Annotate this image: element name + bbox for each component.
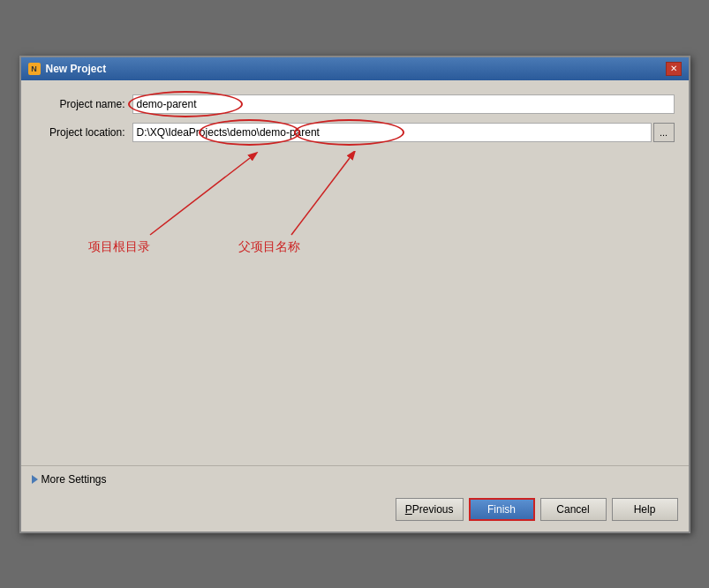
- button-row: PPrevious Finish Cancel Help: [32, 494, 678, 524]
- title-bar-left: N New Project: [28, 63, 107, 75]
- app-icon-letter: N: [31, 64, 37, 73]
- cancel-button[interactable]: Cancel: [540, 498, 607, 521]
- previous-button[interactable]: PPrevious: [396, 498, 464, 521]
- annotation-label-root: 项目根目录: [88, 239, 150, 255]
- project-location-label: Project location:: [35, 126, 132, 139]
- project-name-row: Project name:: [35, 94, 675, 114]
- annotation-svg: [35, 151, 675, 451]
- window-title: New Project: [46, 63, 107, 75]
- project-location-row: Project location: ...: [35, 123, 675, 142]
- svg-line-2: [150, 158, 250, 235]
- project-location-input[interactable]: [132, 123, 652, 142]
- title-controls[interactable]: ✕: [666, 62, 682, 76]
- svg-line-3: [291, 158, 350, 235]
- previous-label: PPrevious: [405, 503, 454, 516]
- project-name-label: Project name:: [35, 98, 132, 110]
- finish-label: Finish: [487, 503, 516, 516]
- expand-triangle-icon: [32, 475, 38, 484]
- cancel-label: Cancel: [556, 503, 589, 516]
- browse-button[interactable]: ...: [653, 123, 675, 142]
- title-bar: N New Project ✕: [21, 57, 689, 80]
- more-settings[interactable]: More Settings: [32, 473, 678, 486]
- help-button[interactable]: Help: [612, 498, 678, 521]
- help-label: Help: [634, 503, 656, 516]
- project-name-input[interactable]: [132, 94, 675, 114]
- bottom-bar: More Settings PPrevious Finish Cancel He…: [21, 465, 689, 531]
- annotation-label-name: 父项目名称: [238, 239, 300, 255]
- dialog-body: Project name: Project location: ...: [21, 80, 689, 465]
- annotation-area: 项目根目录 父项目名称: [35, 151, 675, 451]
- app-icon: N: [28, 63, 41, 75]
- close-button[interactable]: ✕: [666, 62, 682, 76]
- more-settings-label: More Settings: [41, 473, 107, 486]
- dialog-window: N New Project ✕ Project name: Project lo…: [19, 56, 690, 533]
- finish-button[interactable]: Finish: [469, 498, 535, 521]
